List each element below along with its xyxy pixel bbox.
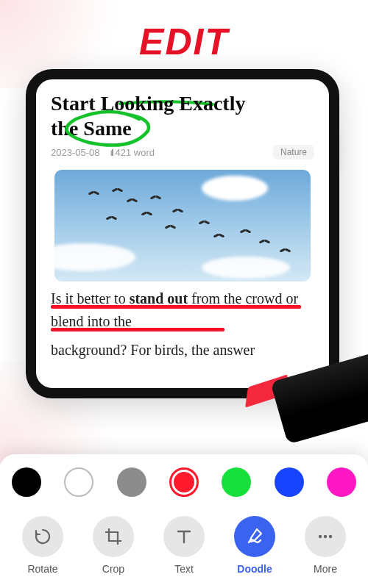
color-black[interactable] — [12, 467, 41, 497]
color-gray[interactable] — [117, 467, 146, 497]
tool-row: Rotate Crop Text — [9, 516, 359, 575]
crop-icon — [104, 527, 123, 546]
tool-doodle[interactable]: Doodle — [225, 516, 284, 575]
svg-point-3 — [329, 535, 332, 538]
tool-crop-label: Crop — [102, 563, 124, 575]
document-title-line1: Start Looking Exactly — [51, 91, 245, 116]
color-blue[interactable] — [275, 467, 304, 497]
tool-text-label: Text — [174, 563, 194, 575]
article-paragraph-1: Is it better to stand out from the crowd… — [51, 290, 298, 329]
document-meta-row: 2023-05-08 ıll 421 word Nature — [51, 145, 314, 159]
article-image — [54, 170, 311, 282]
document-date: 2023-05-08 — [51, 147, 100, 158]
edit-panel: Rotate Crop Text — [0, 454, 368, 588]
doodle-icon — [244, 526, 265, 547]
word-count: ıll 421 word — [110, 147, 155, 158]
tool-rotate[interactable]: Rotate — [13, 516, 72, 575]
tool-rotate-label: Rotate — [27, 563, 57, 575]
tool-doodle-label: Doodle — [237, 563, 272, 575]
red-underline-2 — [51, 328, 224, 331]
article-paragraph-2: background? For birds, the answer — [51, 342, 255, 358]
document-title-block: Start Looking Exactly the Same — [51, 91, 314, 140]
bold-phrase: stand out — [130, 290, 188, 306]
text-icon — [174, 527, 194, 546]
color-white[interactable] — [64, 467, 93, 497]
category-badge: Nature — [273, 145, 314, 159]
svg-point-2 — [324, 535, 327, 538]
color-red[interactable] — [169, 467, 199, 497]
document-title-line2: the Same — [51, 116, 132, 141]
svg-point-1 — [319, 535, 322, 538]
color-magenta[interactable] — [327, 467, 356, 497]
color-green[interactable] — [222, 467, 251, 497]
device-preview: Start Looking Exactly the Same 2023-05-0… — [26, 69, 339, 398]
page-title: EDIT — [0, 21, 368, 63]
tool-crop[interactable]: Crop — [84, 516, 143, 575]
tool-more-label: More — [314, 563, 337, 575]
rotate-icon — [33, 527, 52, 546]
red-underline-1 — [51, 305, 301, 308]
more-icon — [316, 527, 335, 546]
tool-text[interactable]: Text — [155, 516, 213, 575]
color-row — [9, 467, 359, 497]
tool-more[interactable]: More — [296, 516, 355, 575]
